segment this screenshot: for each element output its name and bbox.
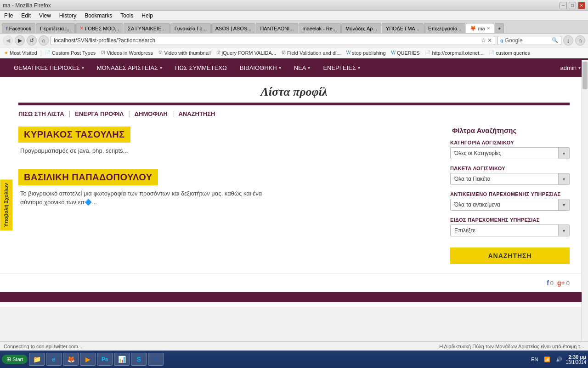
tab-6[interactable]: ASOS | ASOS...	[211, 23, 256, 33]
profile-desc-1: Προγραμματισμός σε java, php, scripts...	[18, 146, 276, 155]
minimize-button[interactable]: ─	[560, 2, 567, 9]
nav-left: ΘΕΜΑΤΙΚΕΣ ΠΕΡΙΟΧΕΣ ▾ ΜΟΝΑΔΕΣ ΑΡΙΣΤΕΙΑΣ ▾…	[7, 58, 367, 77]
filters-sidebar: Φίλτρα Αναζήτησης ΚΑΤΗΓΟΡΙΑ ΛΟΓΙΣΜΙΚΟΥ Ό…	[450, 126, 570, 264]
sub-navigation: ΠΙΣΩ ΣΤΗ ΛΙΣΤΑ | ΕΝΕΡΓΑ ΠΡΟΦΙΛ | ΔΗΜΟΦΙΛ…	[0, 105, 588, 122]
filter-packages-dropdown[interactable]: ▾	[558, 173, 569, 184]
side-tab-label: Υποβολή Σχολίων	[0, 179, 12, 230]
fullscreen-button[interactable]: ⌂	[575, 35, 585, 46]
nav-library[interactable]: ΒΙΒΛΙΟΘΗΚΗ ▾	[233, 58, 288, 77]
search-bar[interactable]: g Google 🔍	[497, 36, 561, 45]
subnav-back[interactable]: ΠΙΣΩ ΣΤΗ ΛΙΣΤΑ	[18, 110, 64, 117]
downloads-button[interactable]: ↓	[563, 35, 573, 46]
menu-history[interactable]: History	[58, 12, 78, 19]
url-bar[interactable]: localhost/SVN/list-profiles/?action=sear…	[51, 36, 495, 45]
forward-button[interactable]: ▶	[15, 35, 25, 46]
menu-view[interactable]: View	[38, 12, 52, 19]
tab-8[interactable]: maeelak - Re...	[299, 23, 341, 33]
bookmark-jquery[interactable]: ☑ jQuery FORM VALIDA...	[214, 50, 278, 56]
gplus-count: 0	[566, 280, 570, 287]
subnav-active-profiles[interactable]: ΕΝΕΡΓΑ ΠΡΟΦΙΛ	[75, 110, 124, 117]
back-button[interactable]: ◀	[3, 35, 13, 46]
bookmark-video-thumbnail[interactable]: ☑ Video with thumbnail	[156, 50, 213, 56]
bookmark-field-validation[interactable]: ☑ Field Validation and di...	[279, 50, 343, 56]
tab-4[interactable]: ΣΑ ΓΥΝΑΙΚΕIΕ...	[124, 23, 170, 33]
bookmarks-bar: ★ Most Visited | 📄 Custom Post Types ☑ V…	[0, 47, 588, 58]
filter-packages-value: Όλα τα Πακέτα	[451, 173, 558, 184]
profile-card-2: ΒΑΣΙΛΙΚΗ ΠΑΠΑΔΟΠΟΥΛΟΥ Το βιογραφικό αποτ…	[18, 169, 441, 207]
filter-subject-dropdown[interactable]: ▾	[558, 199, 569, 210]
nav-participate[interactable]: ΠΩΣ ΣΥΜΜΕΤΕΧΩ	[169, 58, 233, 77]
nav-news[interactable]: ΝΕΑ ▾	[288, 58, 317, 77]
side-tab-feedback[interactable]: Υποβολή Σχολίων	[0, 179, 13, 230]
clear-url-icon[interactable]: ✕	[487, 37, 492, 44]
close-button[interactable]: ✕	[578, 2, 585, 9]
facebook-social: f 0	[547, 279, 554, 287]
bookmark-queries[interactable]: W QUERIES	[389, 50, 422, 56]
tab-facebook[interactable]: f Facebook	[2, 23, 35, 33]
new-tab-button[interactable]: +	[495, 23, 504, 33]
filter-group-type: ΕΙΔΟΣ ΠΑΡΕΧΟΜΕΝΗΣ ΥΠΗΡΕΣΙΑΣ Επιλέξτε ▾	[450, 217, 570, 236]
tab-11[interactable]: Επεξεργασία...	[424, 23, 466, 33]
tab-2[interactable]: Περιπέτεια |...	[36, 23, 75, 33]
facebook-icon[interactable]: f	[547, 279, 549, 287]
menu-edit[interactable]: Edit	[20, 12, 32, 19]
filter-search-button[interactable]: ΑΝΑΖΗΤΗΣΗ	[450, 247, 570, 264]
bookmark-star-icon[interactable]: ☆	[481, 37, 486, 44]
bookmark-custom-queries[interactable]: 📄 custom queries	[486, 50, 532, 56]
filter-select-category[interactable]: Όλες οι Κατηγορίες ▾	[450, 147, 570, 159]
bookmark-most-visited[interactable]: ★ Most Visited	[2, 50, 40, 56]
menu-bookmarks[interactable]: Bookmarks	[83, 12, 113, 19]
home-button[interactable]: ⌂	[39, 35, 49, 46]
tab-10[interactable]: ΥΠΟΔΕΙΓΜΑ...	[382, 23, 424, 33]
filter-label-packages: ΠΑΚΕΤΑ ΛΟΓΙΣΜΙΚΟΥ	[450, 166, 570, 171]
browser-title: ma - Mozilla Firefox	[3, 2, 51, 9]
filter-select-type[interactable]: Επιλέξτε ▾	[450, 224, 570, 236]
bookmark-videos-wordpress[interactable]: ☑ Videos in Wordpress	[99, 50, 155, 56]
profiles-list: ΚΥΡΙΑΚΟΣ ΤΑΣΟΥΛΗΣ Προγραμματισμός σε jav…	[18, 126, 441, 264]
subnav-search[interactable]: ΑΝΑΖΗΤΗΣΗ	[178, 110, 215, 117]
gplus-icon[interactable]: g+	[557, 279, 565, 287]
filter-type-dropdown[interactable]: ▾	[558, 225, 569, 236]
tab-3[interactable]: ✕ΓΟΒΕΣ MOD...	[75, 23, 123, 33]
filter-label-category: ΚΑΤΗΓΟΡΙΑ ΛΟΓΙΣΜΙΚΟΥ	[450, 140, 570, 145]
menu-tools[interactable]: Tools	[119, 12, 135, 19]
top-navigation: ΘΕΜΑΤΙΚΕΣ ΠΕΡΙΟΧΕΣ ▾ ΜΟΝΑΔΕΣ ΑΡΙΣΤΕΙΑΣ ▾…	[0, 58, 588, 77]
bookmark-stop-publishing[interactable]: W stop publishing	[344, 50, 388, 56]
search-icon[interactable]: 🔍	[552, 37, 558, 43]
subnav-sep-1: |	[69, 110, 71, 117]
bookmark-corpmail[interactable]: 📄 http://corpmail.otenet...	[423, 50, 486, 56]
tab-ma-active[interactable]: 🦊ma✕	[466, 23, 494, 33]
chevron-down-icon: ▾	[82, 65, 84, 70]
chevron-down-icon-3: ▾	[279, 65, 281, 70]
tab-5[interactable]: Γυναικεία Γο...	[170, 23, 211, 33]
subnav-popular[interactable]: ΔΗΜΟΦΙΛΗ	[135, 110, 168, 117]
nav-actions[interactable]: ΕΝΕΡΓΕΙΕΣ ▾	[317, 58, 367, 77]
admin-menu[interactable]: admin ▾	[560, 64, 581, 71]
page-icon-3: 📄	[489, 50, 494, 55]
scrollbar[interactable]	[582, 60, 588, 307]
nav-excellence-units[interactable]: ΜΟΝΑΔΕΣ ΑΡΙΣΤΕΙΑΣ ▾	[90, 58, 169, 77]
maximize-button[interactable]: □	[569, 2, 576, 9]
check-icon: ☑	[101, 50, 105, 55]
check-icon-3: ☑	[216, 50, 220, 55]
profile-name-2[interactable]: ΒΑΣΙΛΙΚΗ ΠΑΠΑΔΟΠΟΥΛΟΥ	[18, 169, 158, 185]
reload-button[interactable]: ↺	[27, 35, 37, 46]
nav-thematic-areas[interactable]: ΘΕΜΑΤΙΚΕΣ ΠΕΡΙΟΧΕΣ ▾	[7, 58, 90, 77]
filters-title: Φίλτρα Αναζήτησης	[450, 126, 570, 134]
filter-select-subject[interactable]: Όλα τα αντικείμενα ▾	[450, 199, 570, 211]
scrollbar-thumb[interactable]	[582, 62, 588, 89]
chevron-down-icon-5: ▾	[358, 65, 360, 70]
profile-name-1[interactable]: ΚΥΡΙΑΚΟΣ ΤΑΣΟΥΛΗΣ	[18, 126, 130, 143]
main-content: ΚΥΡΙΑΚΟΣ ΤΑΣΟΥΛΗΣ Προγραμματισμός σε jav…	[0, 122, 588, 273]
menu-file[interactable]: File	[3, 12, 14, 19]
url-text: localhost/SVN/list-profiles/?action=sear…	[54, 37, 155, 44]
filter-category-dropdown[interactable]: ▾	[558, 148, 569, 159]
bookmark-custom-post-types[interactable]: 📄 Custom Post Types	[43, 50, 98, 56]
tab-9[interactable]: Μονάδες Αρ...	[341, 23, 381, 33]
filter-group-category: ΚΑΤΗΓΟΡΙΑ ΛΟΓΙΣΜΙΚΟΥ Όλες οι Κατηγορίες …	[450, 140, 570, 159]
filter-subject-value: Όλα τα αντικείμενα	[451, 199, 558, 210]
tab-7[interactable]: ΠΑΝΤΕΛΟΝΙ...	[256, 23, 298, 33]
filter-select-packages[interactable]: Όλα τα Πακέτα ▾	[450, 173, 570, 185]
star-icon: ★	[4, 50, 8, 55]
menu-help[interactable]: Help	[140, 12, 154, 19]
